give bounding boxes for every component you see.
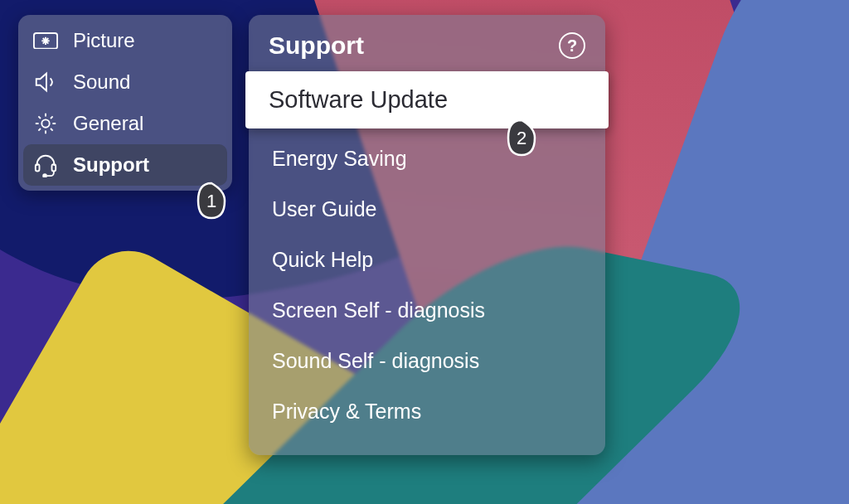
support-submenu: Support ? Software Update Energy Saving … (249, 15, 605, 455)
submenu-item-label: Energy Saving (272, 147, 407, 170)
picture-icon (33, 28, 58, 53)
svg-point-8 (43, 174, 46, 177)
sidebar-item-label: Sound (73, 70, 130, 94)
question-icon: ? (567, 36, 577, 56)
submenu-item-sound-self-diagnosis[interactable]: Sound Self - diagnosis (249, 336, 605, 386)
submenu-item-energy-saving[interactable]: Energy Saving (249, 133, 605, 184)
sidebar-item-general[interactable]: General (23, 103, 227, 144)
settings-sidebar: Picture Sound General (18, 15, 232, 191)
sidebar-item-label: Picture (73, 29, 135, 52)
submenu-item-label: Sound Self - diagnosis (272, 349, 479, 372)
sidebar-item-support[interactable]: Support (23, 144, 227, 186)
submenu-item-label: Software Update (269, 86, 448, 113)
submenu-item-screen-self-diagnosis[interactable]: Screen Self - diagnosis (249, 285, 605, 336)
submenu-item-privacy-terms[interactable]: Privacy & Terms (249, 386, 605, 437)
gear-icon (33, 111, 58, 136)
submenu-item-label: User Guide (272, 197, 376, 220)
speaker-icon (33, 70, 58, 94)
submenu-item-label: Privacy & Terms (272, 400, 421, 423)
help-button[interactable]: ? (559, 32, 585, 59)
sidebar-item-sound[interactable]: Sound (23, 61, 227, 103)
submenu-item-label: Quick Help (272, 248, 373, 271)
sidebar-item-label: General (73, 112, 143, 135)
submenu-item-label: Screen Self - diagnosis (272, 298, 485, 322)
svg-point-5 (41, 119, 49, 127)
sidebar-item-label: Support (73, 153, 149, 177)
headset-icon (33, 153, 58, 177)
submenu-title: Support (269, 32, 364, 60)
submenu-header: Support ? (249, 23, 605, 71)
submenu-item-user-guide[interactable]: User Guide (249, 184, 605, 235)
submenu-item-quick-help[interactable]: Quick Help (249, 235, 605, 285)
sidebar-item-picture[interactable]: Picture (23, 20, 227, 61)
submenu-item-software-update[interactable]: Software Update (245, 71, 609, 128)
